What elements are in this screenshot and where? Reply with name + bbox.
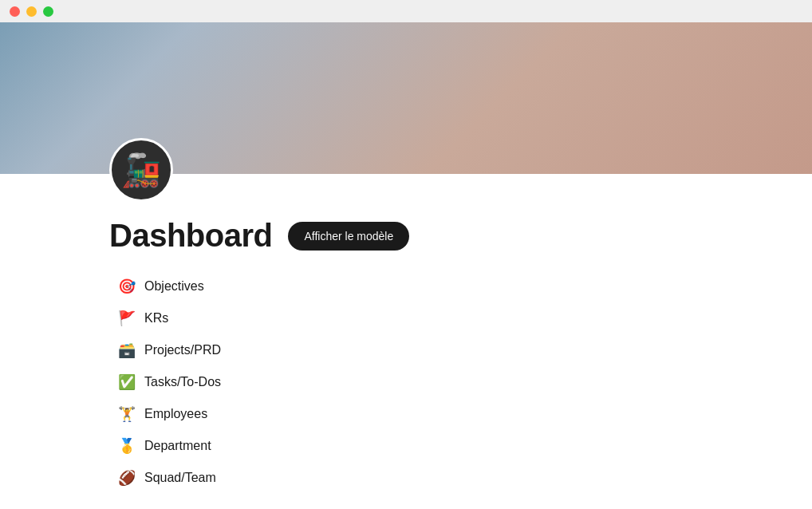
nav-item-label: Squad/Team bbox=[144, 471, 216, 485]
page-title: Dashboard bbox=[109, 218, 272, 254]
nav-item-emoji: 🎯 bbox=[117, 278, 136, 295]
nav-item[interactable]: 🚩KRs bbox=[109, 305, 812, 332]
nav-item[interactable]: ✅Tasks/To-Dos bbox=[109, 369, 812, 396]
page-header-row: Dashboard Afficher le modèle bbox=[109, 218, 812, 254]
page-content: 🚂 Dashboard Afficher le modèle 🎯Objectiv… bbox=[0, 174, 812, 509]
nav-list: 🎯Objectives🚩KRs🗃️Projects/PRD✅Tasks/To-D… bbox=[109, 273, 812, 491]
nav-item-emoji: 🏋️ bbox=[117, 405, 136, 423]
minimize-button[interactable] bbox=[26, 6, 37, 17]
close-button[interactable] bbox=[10, 6, 20, 17]
nav-item-emoji: 🥇 bbox=[117, 437, 136, 455]
nav-item-label: Employees bbox=[144, 407, 207, 421]
afficher-button[interactable]: Afficher le modèle bbox=[288, 222, 409, 251]
maximize-button[interactable] bbox=[43, 6, 53, 17]
avatar: 🚂 bbox=[109, 138, 173, 202]
nav-item-emoji: 🏈 bbox=[117, 469, 136, 487]
avatar-container: 🚂 bbox=[109, 138, 173, 202]
nav-item-label: Tasks/To-Dos bbox=[144, 375, 221, 389]
nav-item[interactable]: 🏈Squad/Team bbox=[109, 464, 812, 491]
nav-item[interactable]: 🗃️Projects/PRD bbox=[109, 337, 812, 364]
avatar-emoji: 🚂 bbox=[121, 152, 161, 189]
nav-item[interactable]: 🥇Department bbox=[109, 432, 812, 460]
content-body: Dashboard Afficher le modèle 🎯Objectives… bbox=[0, 174, 812, 491]
nav-item-label: Objectives bbox=[144, 279, 204, 294]
nav-item-emoji: 🚩 bbox=[117, 310, 136, 327]
nav-item[interactable]: 🏋️Employees bbox=[109, 400, 812, 428]
nav-item-label: Projects/PRD bbox=[144, 343, 221, 357]
nav-item-label: Department bbox=[144, 439, 211, 453]
nav-item-label: KRs bbox=[144, 311, 168, 326]
nav-item-emoji: 🗃️ bbox=[117, 341, 136, 359]
title-bar bbox=[0, 0, 812, 22]
nav-item-emoji: ✅ bbox=[117, 373, 136, 391]
nav-item[interactable]: 🎯Objectives bbox=[109, 273, 812, 300]
